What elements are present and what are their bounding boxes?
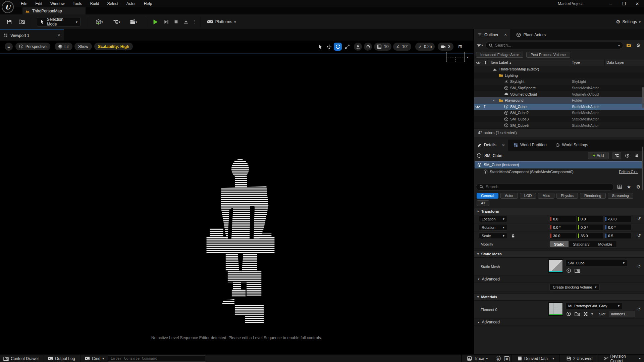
- materials-advanced[interactable]: ▸Advanced: [474, 319, 644, 326]
- favorites-button[interactable]: ★: [625, 183, 633, 191]
- component-row-staticmesh[interactable]: StaticMeshComponent (StaticMeshComponent…: [474, 168, 644, 175]
- location-dropdown[interactable]: Location▾: [479, 216, 507, 222]
- platforms-dropdown[interactable]: Platforms ▾: [205, 17, 238, 27]
- camera-speed-control[interactable]: 3: [438, 43, 453, 51]
- play-button[interactable]: [150, 17, 160, 27]
- use-selected-asset-icon[interactable]: [566, 268, 571, 273]
- details-settings-button[interactable]: ⚙: [635, 183, 642, 191]
- menu-edit[interactable]: Edit: [35, 1, 42, 6]
- location-x-field[interactable]: 0.0: [549, 216, 576, 222]
- help-button[interactable]: [623, 152, 632, 159]
- menu-help[interactable]: Help: [144, 1, 152, 6]
- menu-window[interactable]: Window: [50, 1, 65, 6]
- outliner-search-input[interactable]: [495, 43, 616, 48]
- section-static-mesh[interactable]: ▾ Static Mesh: [474, 251, 644, 258]
- scale-lock-icon[interactable]: [511, 234, 516, 238]
- category-actor[interactable]: Actor: [500, 193, 518, 199]
- category-general[interactable]: General: [477, 193, 498, 199]
- filter-chip-instanced-foliage[interactable]: Instanced Foliage Actor: [476, 52, 523, 58]
- move-tool-button[interactable]: [325, 43, 333, 51]
- mobility-stationary[interactable]: Stationary: [569, 241, 594, 247]
- stop-button[interactable]: [172, 17, 180, 27]
- lit-dropdown[interactable]: Lit: [55, 43, 72, 50]
- eye-icon[interactable]: [475, 104, 480, 109]
- static-mesh-asset-dropdown[interactable]: SM_Cube▾: [566, 260, 627, 266]
- outliner-scrollbar[interactable]: [642, 87, 644, 108]
- material-asset-dropdown[interactable]: MI_PrototypeGrid_Gray▾: [566, 303, 622, 309]
- browse-to-asset-icon[interactable]: [575, 268, 580, 273]
- rotation-x-field[interactable]: 0.0 °: [549, 224, 576, 230]
- scalability-badge[interactable]: Scalability: High: [94, 43, 133, 50]
- settings-dropdown[interactable]: ⚙ Settings ▾: [616, 17, 641, 27]
- row-lighting[interactable]: Lighting: [474, 72, 644, 79]
- row-sm-cube3[interactable]: SM_Cube3StaticMeshActor: [474, 116, 644, 122]
- close-icon[interactable]: ✕: [504, 33, 507, 37]
- outliner-filter-button[interactable]: ▾: [476, 42, 483, 49]
- row-skylight[interactable]: SkyLightSkyLight: [474, 79, 644, 85]
- outliner-settings-button[interactable]: ⚙: [635, 42, 642, 49]
- grid-snap-control[interactable]: 10: [374, 43, 391, 51]
- expand-arrow-icon[interactable]: ▾: [493, 99, 495, 102]
- category-all[interactable]: All: [477, 200, 489, 206]
- surface-snap-button[interactable]: [364, 43, 372, 51]
- tab-world-settings[interactable]: World Settings: [552, 140, 592, 151]
- pin-icon[interactable]: [483, 60, 488, 65]
- column-item-label[interactable]: Item Label ▲: [491, 60, 512, 64]
- selection-mode-dropdown[interactable]: Selection Mode ▾: [37, 17, 80, 27]
- outliner-search-box[interactable]: ▾: [485, 42, 623, 49]
- tab-details[interactable]: Details ✕: [474, 140, 508, 151]
- component-row-instance[interactable]: SM_Cube (Instance): [475, 161, 643, 168]
- viewport-canvas[interactable]: ≡ Perspective Lit Show Scalability: High…: [0, 41, 473, 354]
- output-log-button[interactable]: Output Log: [45, 355, 78, 362]
- details-scrollbar[interactable]: [642, 147, 643, 190]
- cinematics-button[interactable]: ▾: [127, 17, 140, 27]
- maximize-viewport-button[interactable]: ⊞: [456, 43, 464, 51]
- scale-y-field[interactable]: 35.0: [577, 232, 604, 239]
- column-data-layer[interactable]: Data Layer: [606, 60, 625, 64]
- edit-in-cpp-link[interactable]: Edit in C++: [619, 170, 638, 174]
- row-thirdpersonmap[interactable]: ThirdPersonMap (Editor): [474, 66, 644, 72]
- scale-z-field[interactable]: 0.5: [604, 232, 631, 239]
- revision-control-dropdown[interactable]: Revision Control▾: [600, 355, 644, 362]
- lock-button[interactable]: [632, 152, 641, 159]
- insights-icon[interactable]: ▥: [496, 356, 501, 361]
- close-button[interactable]: ✕: [631, 0, 644, 7]
- snapshot-icon[interactable]: ▦: [504, 356, 509, 361]
- trace-dropdown[interactable]: Trace▾: [464, 355, 491, 362]
- tab-place-actors[interactable]: Place Actors: [513, 29, 549, 40]
- eye-icon[interactable]: [476, 60, 481, 65]
- frame-skip-button[interactable]: [162, 17, 171, 27]
- tab-thirdpersonmap[interactable]: ThirdPersonMap: [22, 7, 86, 14]
- section-transform[interactable]: ▾ Transform: [474, 208, 644, 215]
- menu-file[interactable]: File: [21, 1, 27, 6]
- details-display-button[interactable]: [616, 183, 623, 191]
- show-dropdown[interactable]: Show: [74, 43, 92, 50]
- row-sm-cube[interactable]: SM_CubeStaticMeshActor: [474, 104, 644, 110]
- category-streaming[interactable]: Streaming: [608, 193, 633, 199]
- row-volumetriccloud[interactable]: VolumetricCloudVolumetricCloud: [474, 91, 644, 97]
- cmd-dropdown[interactable]: Cmd▾: [82, 355, 107, 362]
- material-thumbnail[interactable]: [548, 302, 563, 316]
- category-lod[interactable]: LOD: [520, 193, 536, 199]
- close-icon[interactable]: ✕: [58, 34, 60, 37]
- pin-icon[interactable]: [483, 104, 487, 108]
- static-mesh-advanced[interactable]: ▾Advanced: [474, 276, 644, 283]
- details-search-box[interactable]: [476, 183, 614, 191]
- location-y-field[interactable]: 0.0: [577, 216, 604, 222]
- filter-chip-post-process[interactable]: Post Process Volume: [526, 52, 570, 58]
- console-command-input[interactable]: [108, 355, 205, 362]
- browse-to-asset-icon[interactable]: [575, 311, 580, 317]
- static-mesh-thumbnail[interactable]: [548, 259, 563, 273]
- save-button[interactable]: [4, 17, 14, 27]
- row-playground[interactable]: ▾ PlaygroundFolder: [474, 97, 644, 104]
- scale-x-field[interactable]: 30.0: [549, 232, 576, 239]
- eject-button[interactable]: [181, 17, 191, 27]
- add-component-button[interactable]: +Add: [588, 152, 609, 159]
- menu-build[interactable]: Build: [90, 1, 99, 6]
- derived-data-dropdown[interactable]: Derived Data▾: [514, 355, 557, 362]
- world-space-button[interactable]: [354, 43, 362, 51]
- location-z-field[interactable]: -50.0: [604, 216, 631, 222]
- scale-snap-control[interactable]: ↗ 0.25: [415, 43, 435, 51]
- add-actor-button[interactable]: +▾: [93, 17, 106, 27]
- slot-name-field[interactable]: lambert1: [609, 311, 635, 317]
